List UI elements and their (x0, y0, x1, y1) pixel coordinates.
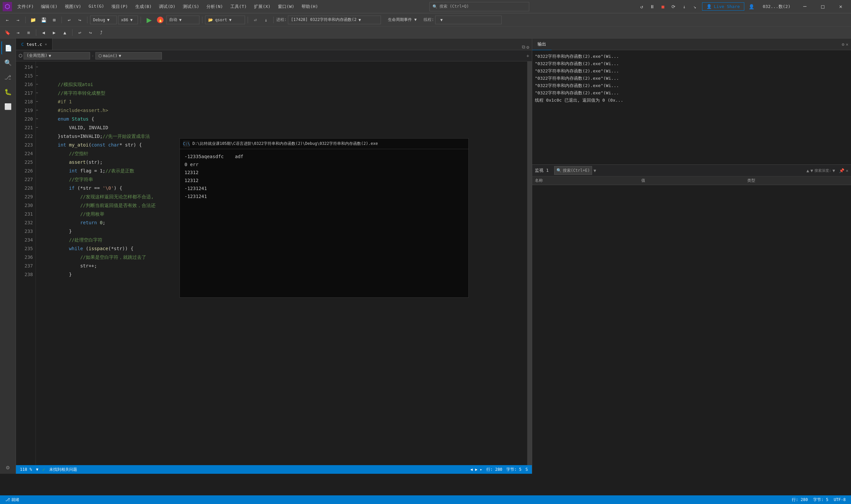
scope-dropdown[interactable]: (全局范围) ▼ (23, 52, 90, 59)
position-info[interactable]: 行: 280 (791, 497, 809, 503)
step-into-icon2[interactable]: ↓ (261, 15, 271, 24)
auto-dropdown[interactable]: 自动 ▼ (166, 16, 199, 24)
split-editor-icon[interactable]: ⧉ (522, 44, 525, 50)
output-panel: 输出 ⚙ ✕ "0322字符串和内存函数(2).exe"(Wi..."0322字… (532, 38, 851, 165)
extensions-icon[interactable]: ⬜ (1, 100, 15, 113)
thread-dropdown[interactable]: ▼ (435, 16, 502, 24)
func-dropdown[interactable]: ⬡ main() ▼ (95, 52, 162, 59)
add-watch-icon[interactable]: + (527, 53, 529, 58)
output-settings-icon[interactable]: ⚙ (842, 42, 844, 47)
watch-search-icon: 🔍 (556, 168, 562, 173)
watch-header: 监视 1 🔍 搜索(Ctrl+E) ▼ ▲ ▼ 搜索深度: ▼ 📌 ✕ (532, 165, 851, 176)
terminal-icon: C:\ (183, 141, 190, 147)
output-tab[interactable]: 输出 (532, 38, 551, 50)
debug-step-into-btn[interactable]: ↘ (690, 2, 699, 11)
watch-close-icon[interactable]: ✕ (846, 168, 848, 173)
debug-config-dropdown[interactable]: Debug ▼ (90, 16, 117, 24)
redo-btn[interactable]: ↪ (75, 15, 85, 24)
arch-label: x86 (121, 18, 128, 22)
bookmark-btn[interactable]: 🔖 (3, 28, 12, 37)
menu-analyze[interactable]: 分析(N) (203, 2, 226, 11)
qsort-label: qsort (215, 18, 227, 22)
git-status[interactable]: ⎇ 就绪 (4, 497, 21, 503)
menu-project[interactable]: 项目(P) (108, 2, 131, 11)
close-button[interactable]: ✕ (833, 0, 848, 13)
watch-title: 监视 1 (535, 167, 549, 174)
watch-content[interactable] (532, 185, 851, 474)
profile-btn[interactable]: 👤 (747, 2, 756, 11)
watch-up-icon[interactable]: ▲ (806, 168, 809, 173)
menu-test[interactable]: 测试(S) (179, 2, 202, 11)
watch-search-box[interactable]: 🔍 搜索(Ctrl+E) (554, 166, 592, 175)
watch-col-value: 值 (639, 176, 745, 185)
func-icon: ⬡ (99, 53, 102, 58)
process-dropdown[interactable]: [17428] 0322字符串和内存函数(2 ▼ (288, 16, 381, 24)
terminal-title-text: D:\比特就业课105期\C语言进阶\0322字符串和内存函数(2)\Debug… (193, 141, 378, 146)
menu-edit[interactable]: 编辑(E) (38, 2, 60, 11)
explorer-icon[interactable]: 📄 (1, 41, 15, 54)
menu-window[interactable]: 窗口(W) (274, 2, 298, 11)
debug-step-over-btn[interactable]: ↓ (679, 2, 689, 11)
nav-forward-btn[interactable]: → (13, 15, 23, 24)
nav-prev-btn[interactable]: ◀ (39, 28, 48, 37)
zoom-status[interactable]: 118 % (20, 467, 32, 472)
debug-step2[interactable]: ↪ (86, 28, 95, 37)
save-all-btn[interactable]: ⊞ (50, 15, 59, 24)
live-share-label: Live Share (714, 4, 740, 9)
menu-extensions[interactable]: 扩展(X) (251, 2, 273, 11)
tab-name: test.c (26, 42, 42, 47)
debug-config-label: Debug (93, 18, 105, 22)
format-btn[interactable]: ≡ (24, 28, 33, 37)
col-info[interactable]: 字节: 5 (812, 497, 830, 503)
lifecycle-btn[interactable]: 生命周期事件 ▼ (382, 15, 422, 24)
debug-stop-btn[interactable]: ■ (658, 2, 668, 11)
output-close-icon[interactable]: ✕ (846, 42, 848, 47)
tab-close-btn[interactable]: × (45, 42, 47, 47)
fold-gutter[interactable]: −−−−−−−− (36, 61, 41, 465)
menu-help[interactable]: 帮助(H) (298, 2, 321, 11)
encoding-info[interactable]: UTF-8 (832, 497, 847, 503)
tab-settings-icon[interactable]: ⚙ (527, 44, 529, 50)
minimize-button[interactable]: ─ (797, 0, 812, 13)
nav-up-btn[interactable]: ▲ (60, 28, 70, 37)
debug-restart-btn[interactable]: ↺ (637, 2, 646, 11)
scrollbar[interactable] (527, 61, 532, 465)
menu-file[interactable]: 文件(F) (14, 2, 37, 11)
menu-git[interactable]: Git(G) (85, 2, 107, 11)
maximize-button[interactable]: □ (815, 0, 830, 13)
menu-build[interactable]: 生成(B) (132, 2, 155, 11)
save-btn[interactable]: 💾 (39, 15, 48, 24)
live-share-button[interactable]: 👤 Live Share (702, 2, 744, 11)
watch-search-options[interactable]: ▼ (593, 168, 596, 173)
watch-pin-icon[interactable]: 📌 (839, 168, 844, 173)
debug-pause-btn[interactable]: ⏸ (648, 2, 657, 11)
tab-actions: ⧉ ⚙ (519, 44, 532, 50)
nav-back-btn[interactable]: ← (3, 15, 12, 24)
open-btn[interactable]: 📁 (28, 15, 38, 24)
qsort-dropdown[interactable]: 📂 qsort ▼ (205, 16, 245, 24)
undo-btn[interactable]: ↩ (65, 15, 74, 24)
search-activity-icon[interactable]: 🔍 (1, 56, 15, 69)
source-control-icon[interactable]: ⎇ (1, 70, 15, 84)
debug-activity-icon[interactable]: 🐛 (1, 85, 15, 98)
watch-depth-dropdown[interactable]: ▼ (832, 168, 835, 173)
arch-dropdown[interactable]: x86 ▼ (118, 16, 138, 24)
debug-reload-btn[interactable]: ⟳ (669, 2, 678, 11)
editor-tab-test-c[interactable]: C test.c × (16, 38, 53, 50)
menu-debug[interactable]: 调试(D) (156, 2, 178, 11)
process-value: [17428] 0322字符串和内存函数(2 (291, 17, 356, 23)
scroll-indicator[interactable]: ◀ ▶ ▸ (471, 467, 482, 472)
watch-down-icon[interactable]: ▼ (811, 168, 813, 173)
menu-tools[interactable]: 工具(T) (227, 2, 250, 11)
menu-view[interactable]: 视图(V) (61, 2, 85, 11)
debug-step1[interactable]: ↩ (75, 28, 85, 37)
indent-btn[interactable]: ⇥ (13, 28, 23, 37)
output-content[interactable]: "0322字符串和内存函数(2).exe"(Wi..."0322字符串和内存函数… (532, 50, 851, 164)
debug-step3[interactable]: ⤴ (96, 28, 106, 37)
step-over-icon[interactable]: ⏎ (251, 15, 260, 24)
global-search-box[interactable]: 🔍 搜索 (Ctrl+Q) (429, 2, 529, 11)
nav-next-btn[interactable]: ▶ (50, 28, 59, 37)
settings-icon[interactable]: ⚙ (1, 461, 15, 474)
terminal-content[interactable]: -12335aqeasdfc adf 0 err 12312 12312 -12… (180, 149, 468, 298)
play-button[interactable]: ▶ (144, 15, 154, 25)
